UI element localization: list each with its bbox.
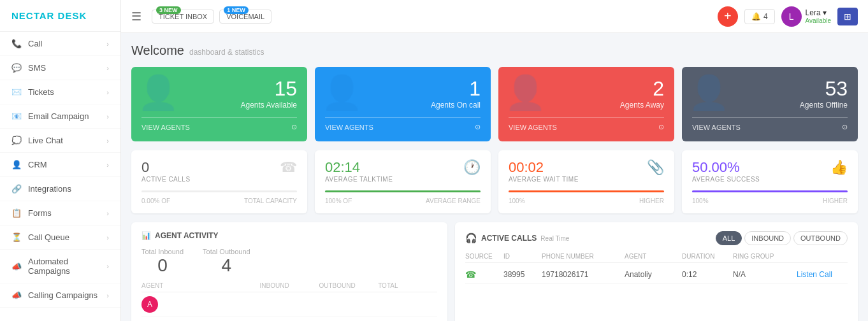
voicemail-badge: 1 NEW: [224, 6, 249, 14]
sidebar-item-integrations[interactable]: 🔗 Integrations: [0, 177, 120, 201]
agents-offline-link[interactable]: VIEW AGENTS ⊙: [692, 117, 848, 131]
filter-all-button[interactable]: ALL: [716, 231, 742, 245]
content-area: Welcome dashboard & statistics 👤 15 Agen…: [121, 33, 868, 321]
sidebar-item-sms[interactable]: 💬 SMS ›: [0, 56, 120, 80]
active-calls-title: 🎧 ACTIVE CALLS Real Time: [465, 232, 569, 244]
agent-activity-title: 📊 AGENT ACTIVITY: [141, 231, 219, 240]
chevron-right-icon: ›: [106, 89, 109, 96]
grid-view-button[interactable]: ⊞: [837, 8, 858, 25]
agents-away-label: Agents Away: [509, 101, 664, 110]
agents-offline-label: Agents Offline: [692, 101, 848, 110]
headset-icon: 🎧: [465, 232, 477, 244]
sms-icon: 💬: [11, 63, 22, 73]
agent-stats: Total Inbound 0 Total Outbound 4: [141, 248, 437, 276]
total-inbound-value: 0: [141, 255, 184, 276]
ticket-inbox-button[interactable]: 3 NEW TICKET INBOX: [152, 10, 214, 24]
sidebar-item-label: Call Queue: [28, 232, 69, 242]
email-icon: 📧: [11, 111, 22, 121]
calling-campaigns-icon: 📣: [11, 290, 22, 300]
welcome-header: Welcome dashboard & statistics: [131, 43, 858, 58]
sidebar-item-calling-campaigns[interactable]: 📣 Calling Campaigns ›: [0, 283, 120, 308]
sidebar-item-label: SMS: [28, 63, 46, 73]
sidebar-item-tickets[interactable]: ✉️ Tickets ›: [0, 80, 120, 104]
sidebar-item-call[interactable]: 📞 Call ›: [0, 32, 120, 56]
chevron-right-icon: ›: [106, 113, 109, 120]
bottom-row: 📊 AGENT ACTIVITY Total Inbound 0 Total O…: [131, 222, 858, 321]
agents-away-card[interactable]: 👤 2 Agents Away VIEW AGENTS ⊙: [498, 67, 674, 141]
avg-wait-value: 00:02: [509, 159, 579, 176]
listen-call-link[interactable]: Listen Call: [797, 270, 848, 279]
call-icon: 📞: [11, 39, 22, 48]
sidebar-item-label: Live Chat: [28, 136, 63, 145]
active-calls-panel: 🎧 ACTIVE CALLS Real Time ALL INBOUND OUT…: [455, 222, 858, 321]
call-agent: Anatoliy: [625, 270, 682, 279]
sidebar-item-label: CRM: [28, 160, 47, 169]
clock-metric-icon: 🕐: [463, 159, 481, 176]
active-calls-metric: 0 ACTIVE CALLS ☎ 0.00% OF TOTAL CAPACITY: [131, 150, 307, 213]
sidebar-item-crm[interactable]: 👤 CRM ›: [0, 153, 120, 177]
col-outbound: OUTBOUND: [319, 282, 378, 289]
avg-talktime-label: AVERAGE TALKTIME: [325, 176, 393, 183]
agents-available-link[interactable]: VIEW AGENTS ⊙: [141, 117, 297, 131]
col-action: [797, 253, 848, 260]
agents-away-link[interactable]: VIEW AGENTS ⊙: [509, 117, 664, 131]
topbar: ☰ 3 NEW TICKET INBOX 1 NEW VOICEMAIL + 🔔…: [121, 0, 868, 33]
filter-inbound-button[interactable]: INBOUND: [744, 231, 791, 245]
col-inbound: INBOUND: [260, 282, 319, 289]
sidebar-item-label: Automated Campaigns: [28, 257, 106, 276]
phone-metric-icon: ☎: [280, 159, 297, 176]
sidebar-item-automated-campaigns[interactable]: 📣 Automated Campaigns ›: [0, 250, 120, 283]
avg-success-sub-left: 100%: [692, 197, 709, 204]
sidebar-item-label: Integrations: [28, 184, 71, 194]
chevron-right-icon: ›: [106, 234, 109, 241]
user-info: Lera ▾ Available: [806, 8, 831, 24]
notification-count: 4: [763, 12, 768, 21]
notifications-button[interactable]: 🔔 4: [744, 9, 775, 24]
calls-row: ☎ 38995 19718026171 Anatoliy 0:12 N/A Li…: [465, 266, 848, 284]
circle-arrow-icon: ⊙: [842, 123, 848, 131]
calls-filter: ALL INBOUND OUTBOUND: [716, 231, 848, 245]
integrations-icon: 🔗: [11, 184, 22, 194]
chevron-right-icon: ›: [106, 292, 109, 299]
real-time-label: Real Time: [540, 235, 569, 242]
sidebar: NECTAR DESK 📞 Call › 💬 SMS › ✉️ Tickets …: [0, 0, 121, 321]
agent-row-placeholder: A: [141, 292, 437, 317]
agent-activity-header: 📊 AGENT ACTIVITY: [141, 231, 437, 240]
filter-outbound-button[interactable]: OUTBOUND: [793, 231, 848, 245]
total-outbound-label: Total Outbound: [203, 248, 250, 255]
sidebar-item-email-campaign[interactable]: 📧 Email Campaign ›: [0, 104, 120, 129]
circle-arrow-icon: ⊙: [475, 123, 481, 131]
avg-success-value: 50.00%: [692, 159, 760, 176]
calls-table-header: SOURCE ID PHONE NUMBER AGENT DURATION RI…: [465, 253, 848, 263]
agents-on-call-card[interactable]: 👤 1 Agents On call VIEW AGENTS ⊙: [315, 67, 491, 141]
tickets-icon: ✉️: [11, 87, 22, 97]
agents-on-call-label: Agents On call: [325, 101, 481, 110]
sidebar-item-label: Email Campaign: [28, 111, 89, 121]
col-total: TOTAL: [378, 282, 437, 289]
hamburger-menu-icon[interactable]: ☰: [131, 10, 141, 24]
chevron-right-icon: ›: [106, 161, 109, 169]
add-button[interactable]: +: [718, 6, 738, 27]
user-status: Available: [806, 17, 831, 24]
active-calls-label: ACTIVE CALLS: [141, 176, 191, 183]
total-inbound-label: Total Inbound: [141, 248, 184, 255]
col-ring-group: RING GROUP: [733, 253, 797, 260]
call-duration: 0:12: [682, 270, 733, 279]
sidebar-item-call-queue[interactable]: ⏳ Call Queue ›: [0, 225, 120, 250]
bell-icon: 🔔: [751, 12, 761, 21]
agents-available-card[interactable]: 👤 15 Agents Available VIEW AGENTS ⊙: [131, 67, 307, 141]
avg-talktime-metric: 02:14 AVERAGE TALKTIME 🕐 100% OF AVERAGE…: [315, 150, 491, 213]
sidebar-item-forms[interactable]: 📋 Forms ›: [0, 201, 120, 225]
sidebar-item-live-chat[interactable]: 💭 Live Chat ›: [0, 129, 120, 153]
agents-offline-card[interactable]: 👤 53 Agents Offline VIEW AGENTS ⊙: [682, 67, 858, 141]
agents-on-call-link[interactable]: VIEW AGENTS ⊙: [325, 117, 481, 131]
agent-avatar: A: [141, 296, 158, 313]
voicemail-button[interactable]: 1 NEW VOICEMAIL: [219, 10, 271, 24]
sidebar-item-label: Tickets: [28, 87, 54, 97]
user-avatar-button[interactable]: L Lera ▾ Available: [781, 6, 831, 27]
avatar: L: [781, 6, 802, 27]
sidebar-item-label: Calling Campaigns: [28, 290, 98, 300]
avg-success-label: AVERAGE SUCCESS: [692, 176, 760, 183]
welcome-title: Welcome: [131, 43, 184, 58]
avg-success-sub-right: HIGHER: [823, 197, 848, 204]
